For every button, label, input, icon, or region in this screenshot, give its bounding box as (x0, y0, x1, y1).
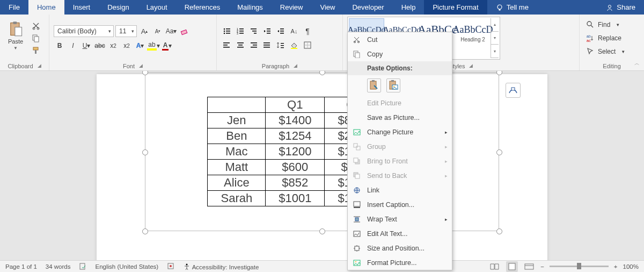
ctx-link[interactable]: Link (348, 183, 452, 197)
svg-rect-41 (253, 45, 257, 46)
tab-picture-format[interactable]: Picture Format (424, 0, 487, 15)
tab-mailings[interactable]: Mailings (229, 0, 272, 15)
replace-button[interactable]: abac Replace (584, 32, 640, 44)
ctx-send-back-label: Send to Back (367, 172, 407, 180)
select-button[interactable]: Select▼ (584, 46, 640, 58)
view-read-mode[interactable] (489, 261, 501, 272)
bold-button[interactable]: B (54, 40, 65, 51)
tab-help[interactable]: Help (393, 0, 425, 15)
selection-handle-ml[interactable] (142, 149, 148, 155)
align-right-button[interactable] (248, 40, 260, 51)
show-marks-button[interactable]: ¶ (302, 26, 313, 37)
line-spacing-button[interactable] (275, 40, 287, 51)
paragraph-dialog-launcher[interactable]: ◢ (294, 63, 297, 69)
view-web-layout[interactable] (523, 261, 535, 272)
decrease-indent-button[interactable] (261, 26, 273, 37)
tab-layout[interactable]: Layout (138, 0, 176, 15)
styles-dialog-launcher[interactable]: ◢ (469, 63, 473, 69)
share-button[interactable]: Share (597, 0, 644, 15)
shading-button[interactable] (288, 40, 300, 51)
subscript-button[interactable]: x2 (107, 40, 119, 51)
increase-indent-button[interactable] (275, 26, 287, 37)
tell-me-search[interactable]: Tell me (487, 0, 537, 15)
underline-button[interactable]: U▾ (80, 40, 92, 51)
tab-file[interactable]: File (0, 0, 28, 15)
layout-options-button[interactable] (506, 83, 521, 98)
clear-formatting-button[interactable] (179, 26, 191, 37)
shrink-font-button[interactable]: A▾ (152, 26, 164, 37)
clipboard-dialog-launcher[interactable]: ◢ (38, 63, 41, 69)
selection-handle-bl[interactable] (142, 228, 148, 234)
svg-rect-47 (281, 45, 284, 46)
status-spellcheck[interactable] (79, 262, 87, 271)
highlight-button[interactable]: ab▾ (148, 40, 159, 51)
collapse-ribbon-button[interactable]: ︿ (634, 60, 640, 67)
multilevel-icon (250, 27, 258, 35)
style-gallery-scroll[interactable]: ▴▾▾ (491, 18, 499, 58)
svg-rect-78 (355, 218, 358, 221)
superscript-button[interactable]: x2 (121, 40, 133, 51)
ctx-wrap-text[interactable]: Wrap Text▸ (348, 212, 452, 226)
ctx-size-position[interactable]: Size and Position... (348, 241, 452, 255)
justify-button[interactable] (261, 40, 273, 51)
font-color-button[interactable]: A▾ (161, 40, 173, 51)
ctx-copy[interactable]: Copy (348, 47, 452, 61)
ctx-save-as-picture[interactable]: Save as Picture... (348, 110, 452, 125)
font-size-combo[interactable]: 11 (115, 25, 137, 37)
group-editing-label: Editing (603, 63, 621, 69)
paste-button[interactable]: Paste ▼ (4, 17, 27, 54)
zoom-slider[interactable] (550, 266, 609, 267)
sort-button[interactable]: A↓ (288, 26, 300, 37)
ctx-format-picture[interactable]: Format Picture... (348, 255, 452, 270)
strikethrough-button[interactable]: abc (94, 40, 106, 51)
numbering-icon: 123 (236, 27, 245, 35)
italic-button[interactable]: I (67, 40, 79, 51)
status-macro[interactable] (167, 262, 174, 271)
selection-handle-tr[interactable] (496, 71, 502, 75)
selection-handle-mr[interactable] (496, 149, 502, 155)
format-painter-button[interactable] (30, 45, 42, 56)
multilevel-list-button[interactable] (248, 26, 260, 37)
copy-button[interactable] (30, 33, 42, 44)
ctx-edit-alt-text[interactable]: Edit Alt Text... (348, 226, 452, 241)
selection-handle-bc[interactable] (319, 228, 325, 234)
tab-view[interactable]: View (311, 0, 343, 15)
zoom-out-button[interactable]: − (540, 263, 544, 270)
align-center-button[interactable] (235, 40, 246, 51)
status-language[interactable]: English (United States) (96, 263, 159, 270)
paste-option-picture[interactable] (386, 78, 400, 92)
tab-design[interactable]: Design (99, 0, 137, 15)
svg-rect-43 (264, 42, 270, 44)
ctx-insert-caption[interactable]: Insert Caption... (348, 197, 452, 212)
tab-developer[interactable]: Developer (343, 0, 392, 15)
status-page[interactable]: Page 1 of 1 (5, 263, 37, 270)
style-heading-2[interactable]: AaBbCcDHeading 2 (455, 18, 491, 48)
caption-icon (353, 201, 361, 209)
font-name-combo[interactable]: Calibri (Body) (54, 25, 114, 37)
status-words[interactable]: 34 words (46, 263, 71, 270)
align-left-button[interactable] (221, 40, 233, 51)
ctx-change-picture[interactable]: Change Picture▸ (348, 125, 452, 139)
tab-insert[interactable]: Insert (64, 0, 99, 15)
grow-font-button[interactable]: A▴ (138, 26, 150, 37)
ctx-cut[interactable]: Cut (348, 32, 452, 47)
paste-option-keep-formatting[interactable] (367, 78, 381, 92)
status-accessibility[interactable]: Accessibility: Investigate (183, 263, 259, 270)
tab-references[interactable]: References (176, 0, 229, 15)
cut-button[interactable] (30, 20, 42, 31)
numbering-button[interactable]: 123 (235, 26, 246, 37)
view-print-layout[interactable] (506, 261, 518, 272)
text-effects-button[interactable]: A▾ (134, 40, 146, 51)
change-case-button[interactable]: Aa▾ (165, 26, 177, 37)
selection-handle-br[interactable] (496, 228, 502, 234)
bullets-button[interactable] (221, 26, 233, 37)
zoom-level[interactable]: 100% (623, 263, 639, 270)
find-button[interactable]: Find▼ (584, 19, 640, 31)
tab-review[interactable]: Review (272, 0, 312, 15)
document-page[interactable]: Q1Q2Q4 Jen$1400$84659722Ben$1254$2354421… (97, 74, 547, 260)
zoom-in-button[interactable]: + (614, 263, 618, 270)
borders-button[interactable] (302, 40, 313, 51)
font-dialog-launcher[interactable]: ◢ (139, 63, 143, 69)
svg-rect-42 (251, 47, 257, 48)
tab-home[interactable]: Home (28, 0, 64, 15)
